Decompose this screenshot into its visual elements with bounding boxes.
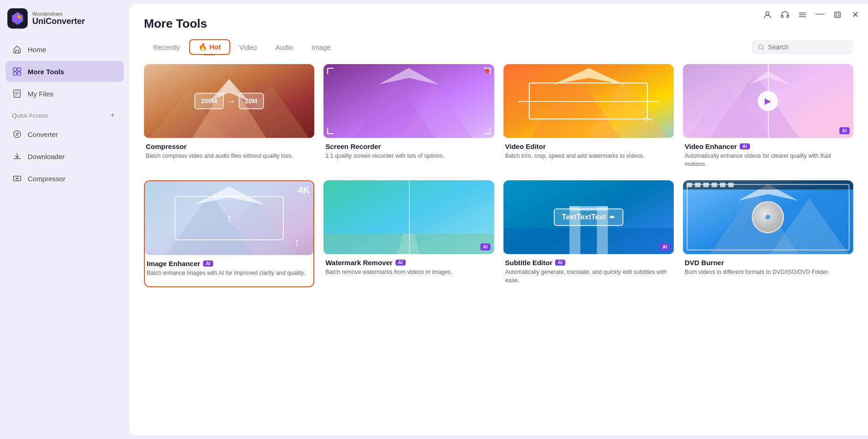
tool-desc-screen-recorder: 1:1 quality screen recorder with lots of…	[325, 152, 492, 160]
tool-name-video-editor: Video Editor	[505, 142, 546, 150]
ai-badge-label-watermark: AI	[395, 260, 406, 266]
editor-frame: ✂	[529, 83, 648, 119]
tab-recently[interactable]: Recently	[144, 40, 189, 55]
tool-info-compressor: Compressor Batch compress video and audi…	[144, 138, 314, 163]
tool-name-watermark-remover: Watermark Remover	[325, 259, 392, 267]
editor-overlay: ✂	[503, 64, 674, 138]
tool-thumbnail-image-enhancer: ↑ 4K ↑	[145, 181, 313, 255]
home-icon	[12, 44, 22, 54]
tabs-row: Recently 🔥 Hot Video Audio Image	[144, 39, 853, 55]
image-enhancer-overlay: ↑ 4K ↑	[145, 181, 313, 255]
sidebar-item-downloader[interactable]: Downloader	[6, 146, 124, 167]
svg-point-7	[14, 131, 21, 138]
logo-area: Wondershare UniConverter	[0, 0, 129, 37]
tool-desc-watermark-remover: Batch remove watermarks from videos or i…	[325, 268, 492, 277]
svg-rect-11	[787, 15, 789, 18]
svg-rect-16	[836, 13, 839, 16]
tool-desc-video-editor: Batch trim, crop, speed and add watermar…	[505, 152, 672, 160]
play-button-overlay: ▶	[683, 64, 853, 138]
sidebar-more-tools-label: More Tools	[28, 68, 64, 76]
titlebar: — ✕	[754, 4, 868, 26]
tool-thumbnail-video-editor: ✂	[503, 64, 674, 138]
subtitle-text: TextTextText	[562, 213, 606, 221]
tool-name-screen-recorder: Screen Recorder	[325, 142, 381, 150]
tool-thumbnail-video-enhancer: ▶ AI	[683, 64, 853, 138]
play-icon: ▶	[758, 91, 778, 111]
tab-image[interactable]: Image	[302, 40, 340, 55]
sidebar-item-converter[interactable]: Converter	[6, 124, 124, 145]
tab-hot[interactable]: 🔥 Hot	[189, 39, 230, 55]
svg-rect-10	[781, 15, 783, 18]
tool-card-subtitle-editor[interactable]: TextTextText ✏ AI Subtitle Editor AI Aut…	[503, 180, 674, 287]
add-quick-access-button[interactable]: +	[108, 111, 117, 120]
tab-audio[interactable]: Audio	[266, 40, 302, 55]
file-icon	[12, 89, 22, 99]
tool-desc-video-enhancer: Automatically enhance videos for clearer…	[685, 152, 851, 168]
tool-thumbnail-screen-recorder	[323, 64, 494, 138]
downloader-icon	[12, 151, 22, 161]
tool-desc-image-enhancer: Batch enhance images with AI for improve…	[147, 269, 311, 278]
up-arrow-main: ↑	[226, 211, 233, 225]
up-arrow-secondary: ↑	[294, 236, 299, 249]
tool-info-subtitle-editor: Subtitle Editor AI Automatically generat…	[503, 254, 674, 287]
profile-button[interactable]	[760, 7, 775, 22]
tool-name-video-enhancer: Video Enhancer	[685, 142, 737, 150]
ai-badge-label-subtitle: AI	[555, 260, 565, 266]
rec-dot	[485, 69, 490, 73]
main-content: — ✕ More Tools Recently 🔥 Hot Video Audi…	[129, 4, 868, 435]
tool-name-compressor: Compressor	[146, 142, 186, 150]
cut-line	[518, 101, 658, 102]
brand-name: Wondershare	[32, 11, 85, 17]
tool-card-watermark-remover[interactable]: Watermark Watermark Watermark Wat AI Wat…	[323, 180, 494, 287]
tool-info-video-editor: Video Editor Batch trim, crop, speed and…	[503, 138, 674, 163]
dvd-frame	[687, 184, 850, 250]
tool-thumbnail-watermark: Watermark Watermark Watermark Wat AI	[323, 180, 494, 254]
sidebar-item-home[interactable]: Home	[6, 39, 124, 60]
tool-info-image-enhancer: Image Enhancer AI Batch enhance images w…	[145, 255, 313, 280]
sidebar-item-compressor[interactable]: Compressor	[6, 168, 124, 189]
compress-arrow: →	[227, 96, 236, 107]
rec-corner-br	[484, 128, 491, 134]
compressor-overlay: 200M → 20M	[144, 64, 314, 138]
tool-card-compressor[interactable]: 200M → 20M Compressor Batch compress vid…	[144, 64, 314, 171]
page-title: More Tools	[144, 17, 853, 31]
quick-access-label: Quick Access +	[0, 106, 129, 123]
subtitle-text-box: TextTextText ✏	[554, 208, 623, 226]
dvd-disc-overlay	[683, 180, 853, 254]
logo-text: Wondershare UniConverter	[32, 11, 85, 26]
app-name: UniConverter	[32, 17, 85, 26]
tool-card-video-editor[interactable]: ✂ Video Editor Batch trim, crop, speed a…	[503, 64, 674, 171]
sidebar-item-more-tools[interactable]: More Tools	[6, 61, 124, 82]
minimize-button[interactable]: —	[813, 7, 827, 22]
grid-icon	[12, 66, 22, 77]
maximize-button[interactable]	[830, 7, 845, 22]
compressor-icon	[12, 173, 22, 184]
tool-card-screen-recorder[interactable]: Screen Recorder 1:1 quality screen recor…	[323, 64, 494, 171]
tool-desc-compressor: Batch compress video and audio files wit…	[146, 152, 312, 160]
sidebar-converter-label: Converter	[28, 131, 58, 138]
rec-corner-bl	[327, 128, 334, 134]
search-box[interactable]	[752, 40, 853, 54]
menu-button[interactable]	[795, 7, 810, 22]
tools-grid: 200M → 20M Compressor Batch compress vid…	[144, 64, 853, 287]
close-button[interactable]: ✕	[848, 7, 862, 22]
tool-thumbnail-dvd	[683, 180, 853, 254]
svg-line-18	[762, 48, 764, 50]
tool-card-dvd-burner[interactable]: DVD Burner Burn videos in different form…	[683, 180, 853, 287]
tool-card-video-enhancer[interactable]: ▶ AI Video Enhancer AI Automatically enh…	[683, 64, 853, 171]
tool-card-image-enhancer[interactable]: ↑ 4K ↑ Image Enhancer AI Batch enhance i…	[144, 180, 314, 287]
sub-nav-items: Converter Downloader Compressor	[0, 123, 129, 190]
scissors-icon: ✂	[646, 114, 653, 125]
sidebar-item-my-files[interactable]: My Files	[6, 83, 124, 104]
ai-badge-label-video-enhancer: AI	[740, 143, 750, 149]
headset-button[interactable]	[778, 7, 792, 22]
sidebar-downloader-label: Downloader	[28, 153, 65, 160]
svg-rect-5	[18, 72, 21, 75]
tool-desc-dvd-burner: Burn videos in different formats to DVD/…	[685, 268, 851, 277]
search-input[interactable]	[768, 43, 847, 51]
tool-thumbnail-subtitle: TextTextText ✏ AI	[503, 180, 674, 254]
tab-video[interactable]: Video	[230, 40, 266, 55]
ai-badge-label-image-enhancer: AI	[203, 261, 213, 267]
tool-info-screen-recorder: Screen Recorder 1:1 quality screen recor…	[323, 138, 494, 163]
svg-rect-4	[13, 72, 17, 75]
